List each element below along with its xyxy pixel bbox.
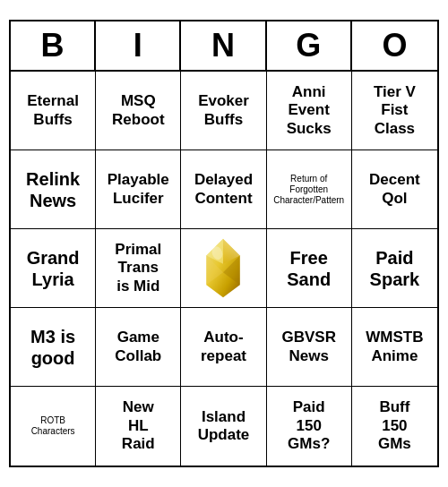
bingo-cell-24: Buff 150 GMs — [352, 387, 437, 466]
bingo-cell-15: M3 is good — [11, 308, 96, 387]
cell-text-3: Anni Event Sucks — [287, 83, 332, 138]
crystal-icon — [192, 235, 254, 302]
bingo-grid: Eternal BuffsMSQ RebootEvoker BuffsAnni … — [11, 72, 437, 466]
bingo-cell-18: GBVSR News — [267, 308, 352, 387]
bingo-cell-5: Relink News — [11, 150, 96, 229]
bingo-cell-13: Free Sand — [267, 229, 352, 308]
bingo-header: B I N G O — [11, 21, 437, 72]
cell-text-11: Primal Trans is Mid — [115, 241, 161, 295]
cell-text-8: Return of Forgotten Character/Pattern — [273, 174, 344, 206]
cell-text-9: Decent Qol — [369, 171, 420, 208]
header-b: B — [11, 21, 96, 70]
bingo-card: B I N G O Eternal BuffsMSQ RebootEvoker … — [9, 20, 439, 467]
header-g: G — [267, 21, 352, 70]
cell-text-1: MSQ Reboot — [112, 92, 165, 129]
bingo-cell-20: ROTB Characters — [11, 387, 96, 466]
bingo-cell-14: Paid Spark — [352, 229, 437, 308]
bingo-cell-21: New HL Raid — [96, 387, 181, 466]
bingo-cell-22: Island Update — [181, 387, 266, 466]
cell-text-13: Free Sand — [287, 247, 331, 290]
bingo-cell-4: Tier V Fist Class — [352, 72, 437, 150]
cell-text-20: ROTB Characters — [31, 415, 75, 437]
bingo-cell-1: MSQ Reboot — [96, 72, 181, 150]
bingo-cell-8: Return of Forgotten Character/Pattern — [267, 150, 352, 229]
bingo-cell-16: Game Collab — [96, 308, 181, 387]
bingo-cell-23: Paid 150 GMs? — [267, 387, 352, 466]
cell-text-22: Island Update — [198, 408, 250, 445]
cell-text-6: Playable Lucifer — [108, 171, 169, 208]
cell-text-5: Relink News — [26, 168, 80, 211]
cell-text-4: Tier V Fist Class — [374, 83, 416, 138]
cell-text-15: M3 is good — [30, 326, 75, 369]
header-o: O — [352, 21, 437, 70]
bingo-cell-3: Anni Event Sucks — [267, 72, 352, 150]
header-n: N — [181, 21, 266, 70]
cell-text-17: Auto- repeat — [201, 329, 246, 365]
bingo-cell-12 — [181, 229, 266, 308]
bingo-cell-19: WMSTB Anime — [352, 308, 437, 387]
cell-text-14: Paid Spark — [370, 247, 420, 290]
bingo-cell-7: Delayed Content — [181, 150, 266, 229]
header-i: I — [96, 21, 181, 70]
cell-text-0: Eternal Buffs — [27, 92, 79, 129]
cell-text-24: Buff 150 GMs — [378, 398, 411, 453]
cell-text-19: WMSTB Anime — [366, 329, 423, 365]
cell-text-21: New HL Raid — [122, 398, 155, 453]
cell-text-10: Grand Lyria — [27, 247, 80, 290]
cell-text-23: Paid 150 GMs? — [288, 398, 330, 453]
bingo-cell-0: Eternal Buffs — [11, 72, 96, 150]
bingo-cell-10: Grand Lyria — [11, 229, 96, 308]
cell-text-7: Delayed Content — [194, 171, 253, 208]
cell-text-2: Evoker Buffs — [198, 92, 249, 129]
bingo-cell-6: Playable Lucifer — [96, 150, 181, 229]
cell-text-16: Game Collab — [115, 329, 161, 365]
bingo-cell-2: Evoker Buffs — [181, 72, 266, 150]
bingo-cell-17: Auto- repeat — [181, 308, 266, 387]
cell-text-18: GBVSR News — [281, 329, 335, 365]
bingo-cell-11: Primal Trans is Mid — [96, 229, 181, 308]
bingo-cell-9: Decent Qol — [352, 150, 437, 229]
